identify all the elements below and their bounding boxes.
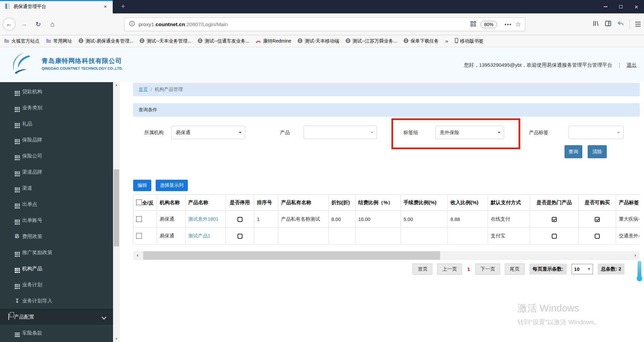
scrollbar-thumb[interactable] xyxy=(114,169,119,246)
select-all-checkbox[interactable] xyxy=(136,199,142,205)
grid-icon xyxy=(14,168,20,176)
maximize-button[interactable] xyxy=(613,0,629,13)
sidebar-item-推广奖励政策[interactable]: 推广奖励政策 xyxy=(0,244,113,261)
bookmark-label: 保单下载任务 xyxy=(411,38,439,44)
column-header: 产品私有名称 xyxy=(278,195,329,211)
chevron-down-icon xyxy=(239,132,241,133)
reload-button[interactable]: ↻ xyxy=(33,19,44,30)
edit-button[interactable]: 编辑 xyxy=(133,180,151,191)
prev-page-button[interactable]: 上一页 xyxy=(437,264,462,275)
h-scrollbar-thumb[interactable] xyxy=(143,251,440,260)
sidebar-item-贷款机构[interactable]: 贷款机构 xyxy=(0,83,113,100)
table-cell: 5.00 xyxy=(401,211,448,228)
sidebar-item-出单点[interactable]: 出单点 xyxy=(0,196,113,212)
site-info-icon[interactable] xyxy=(129,21,135,28)
folder-icon xyxy=(46,38,51,44)
query-button[interactable]: 查询 xyxy=(565,145,582,158)
scroll-left-icon[interactable]: ‹ xyxy=(133,251,142,260)
home-button[interactable]: ⌂ xyxy=(47,19,58,30)
choose-columns-button[interactable]: 选择显示列 xyxy=(156,180,188,191)
bookmark-item[interactable]: 移动版书签 xyxy=(455,38,484,44)
sidebar-item-费用政策[interactable]: Ƀ费用政策 xyxy=(0,228,113,244)
last-page-button[interactable]: 尾页 xyxy=(505,264,525,275)
bookmark-item[interactable]: 测试--信通车友业务... xyxy=(198,38,249,44)
product-tag-select[interactable] xyxy=(569,126,624,139)
url-bar[interactable]: proxy1.countnet.cn:20807/Login/Main 80% … xyxy=(124,17,525,31)
page-scrollbar-thumb[interactable] xyxy=(638,261,641,278)
bookmark-item[interactable]: 测试-天丰移动端 xyxy=(298,38,339,44)
sidebar-item-机构产品[interactable]: 机构产品 xyxy=(0,261,113,277)
table-cell: 易保通 xyxy=(157,211,185,228)
sidebar-scrollbar[interactable]: ▲ ▼ xyxy=(113,82,120,342)
row-checkbox[interactable] xyxy=(136,233,142,239)
total-count-label: 总条数: 2 xyxy=(598,264,625,275)
bookmark-item[interactable]: 测试--江苏万舜业务... xyxy=(345,38,397,44)
menu-icon[interactable] xyxy=(635,22,641,26)
row-checkbox[interactable] xyxy=(136,216,142,222)
undo-arrow-icon[interactable] xyxy=(617,20,624,28)
flag-cell xyxy=(579,211,616,228)
page-actions-icon[interactable]: ••• xyxy=(504,21,512,27)
sidebar-item-业务类别[interactable]: 业务类别 xyxy=(0,100,113,116)
per-page-select[interactable]: 10 xyxy=(572,264,593,274)
sidebar-item-渠道[interactable]: 渠道 xyxy=(0,180,113,196)
sidebar-item-出单账号[interactable]: 出单账号 xyxy=(0,212,113,228)
bookmark-item[interactable]: 保单下载任务 xyxy=(404,38,439,44)
query-panel-body: 所属机构 易保通 产品 标签组 意外保险 产品标签 查询 清除 xyxy=(133,117,640,169)
library-icon[interactable] xyxy=(593,20,599,28)
bookmark-item[interactable]: 常用网址 xyxy=(46,38,72,44)
query-panel-title: 查询条件 xyxy=(133,103,640,117)
sidebars-icon[interactable] xyxy=(605,20,611,28)
tag-group-select[interactable]: 意外保险 xyxy=(435,126,504,139)
browser-tab[interactable]: 易保通管理平台 × xyxy=(0,0,113,13)
breadcrumb-home-link[interactable]: 首页 xyxy=(139,87,148,93)
table-cell: 10.00 xyxy=(356,211,401,228)
sidebar-item-产品配置[interactable]: 产品配置 xyxy=(0,309,113,325)
sidebar-item-业务计划[interactable]: 业务计划 xyxy=(0,277,113,293)
product-select[interactable] xyxy=(304,126,377,139)
table-toolbar: 编辑 选择显示列 xyxy=(133,180,640,191)
product-link[interactable]: 测试产品1 xyxy=(188,233,210,238)
bookmark-item[interactable]: 测试-易保通业务管理... xyxy=(78,38,133,44)
flag-cell xyxy=(226,228,254,244)
next-page-button[interactable]: 下一页 xyxy=(475,264,500,275)
scroll-up-icon[interactable]: ▲ xyxy=(113,82,120,88)
sidebar-item-渠道品牌[interactable]: 渠道品牌 xyxy=(0,164,113,180)
sidebar-item-保险公司[interactable]: 保险公司 xyxy=(0,148,113,164)
sidebar-item-保险品牌[interactable]: 保险品牌 xyxy=(0,132,113,148)
minimize-button[interactable] xyxy=(598,0,613,13)
horizontal-scrollbar[interactable]: ‹ › xyxy=(133,251,640,260)
breadcrumb-current: 机构产品管理 xyxy=(155,87,183,93)
back-button[interactable]: ← xyxy=(3,18,15,31)
url-text[interactable]: proxy1.countnet.cn:20807/Login/Main xyxy=(139,21,470,27)
sidebar-item-label: 渠道 xyxy=(22,185,32,191)
zoom-level-badge[interactable]: 80% xyxy=(480,21,497,28)
sidebar-item-业务计划导入[interactable]: ↧业务计划导入 xyxy=(0,293,113,309)
company-name-cn: 青岛康特网络科技有限公司 xyxy=(42,57,123,65)
bookmark-label: 常用网址 xyxy=(53,38,72,44)
close-button[interactable]: × xyxy=(629,0,644,13)
scroll-down-icon[interactable]: ▼ xyxy=(113,336,120,342)
bookmark-label: 康特Redmine xyxy=(263,38,291,44)
scroll-right-icon[interactable]: › xyxy=(631,251,640,260)
org-select[interactable]: 易保通 xyxy=(171,126,245,139)
forward-button[interactable]: → xyxy=(19,19,30,30)
bookmarks-overflow-chevron[interactable]: » xyxy=(445,38,448,45)
bookmark-star-icon[interactable]: ☆ xyxy=(515,20,521,28)
new-tab-button[interactable]: + xyxy=(118,2,128,11)
tab-close-icon[interactable]: × xyxy=(101,3,109,10)
qr-code-icon[interactable] xyxy=(470,21,476,28)
product-link[interactable]: 测试意外1801 xyxy=(188,216,218,222)
bookmark-label: 测试--信通车友业务... xyxy=(205,38,249,44)
first-page-button[interactable]: 首页 xyxy=(413,264,432,275)
bookmark-item[interactable]: 康特Redmine xyxy=(256,38,291,44)
clear-button[interactable]: 清除 xyxy=(588,145,607,158)
column-header: 排序号 xyxy=(254,195,278,211)
bookmark-item[interactable]: 测试--天丰业务管理... xyxy=(140,38,191,44)
sidebar-item-礼品[interactable]: 礼品 xyxy=(0,116,113,132)
logout-link[interactable]: 退出 xyxy=(627,62,637,68)
bookmark-item[interactable]: 火狐官方站点 xyxy=(4,38,40,44)
sidebar-item-车险条款[interactable]: 车险条款 xyxy=(0,325,113,341)
globe-icon xyxy=(345,38,351,44)
table-cell xyxy=(448,228,488,244)
